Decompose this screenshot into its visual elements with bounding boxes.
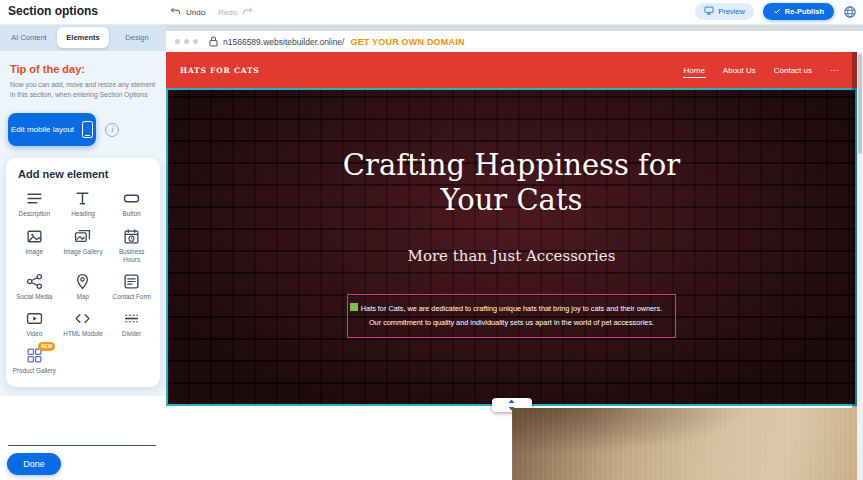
preview-label: Preview — [718, 7, 745, 16]
lock-icon — [209, 36, 218, 47]
paragraph-text: Hats for Cats, we are dedicated to craft… — [361, 302, 662, 330]
add-panel-title: Add new element — [10, 168, 156, 180]
done-button[interactable]: Done — [7, 453, 61, 475]
add-element-label: Product Gallery — [13, 367, 56, 375]
republish-button[interactable]: Re-Publish — [763, 3, 834, 20]
add-element-label: Image — [26, 248, 44, 256]
add-element-label: Map — [77, 293, 89, 301]
check-icon — [773, 7, 781, 17]
add-element-label: Button — [123, 210, 141, 218]
tip-of-the-day: Tip of the day: Now you can add, move an… — [0, 51, 166, 100]
url-text: n1566589.websitebuilder.online/ — [223, 37, 344, 47]
image-gallery-icon — [74, 228, 91, 245]
edit-mobile-layout-button[interactable]: Edit mobile layout — [8, 113, 96, 146]
redo-button[interactable]: Redo — [218, 8, 237, 17]
sidebar-divider — [8, 445, 156, 446]
html-module-icon — [74, 310, 91, 327]
next-section-image — [512, 408, 857, 480]
add-element-label: Contact Form — [113, 293, 151, 301]
video-icon — [26, 310, 43, 327]
window-dot — [193, 39, 198, 44]
hero-heading[interactable]: Crafting Happiness for Your Cats — [343, 148, 680, 219]
social-media-icon — [26, 273, 43, 290]
description-icon — [26, 190, 43, 207]
add-element-label: Business Hours — [110, 248, 154, 264]
add-element-label: HTML Module — [63, 330, 102, 338]
hero-section[interactable]: Crafting Happiness for Your Cats More th… — [166, 88, 857, 406]
redo-icon[interactable] — [242, 3, 253, 21]
info-icon[interactable]: i — [105, 123, 119, 137]
nav-contact-us[interactable]: Contact us — [773, 62, 813, 79]
tip-title: Tip of the day: — [10, 63, 156, 75]
add-element-label: Social Media — [16, 293, 52, 301]
tab-design[interactable]: Design — [111, 27, 163, 48]
add-element-product-gallery[interactable]: Product GalleryNEW — [10, 347, 59, 375]
tab-elements[interactable]: Elements — [57, 27, 109, 48]
app: Section options Undo Redo Preview — [0, 0, 863, 480]
nav-more[interactable]: ⋯ — [829, 62, 839, 79]
heading-icon — [74, 190, 91, 207]
image-icon — [26, 228, 43, 245]
undo-icon[interactable] — [170, 3, 181, 21]
scrollbar-thumb[interactable] — [858, 54, 862, 154]
globe-icon[interactable] — [843, 5, 857, 19]
tab-ai-content[interactable]: AI Content — [3, 27, 55, 48]
add-element-grid: DescriptionHeadingButtonImageImage Galle… — [10, 190, 156, 375]
phone-icon — [82, 121, 93, 138]
add-element-label: Description — [19, 210, 51, 218]
add-element-button[interactable]: Button — [107, 190, 156, 218]
browser-chrome: n1566589.websitebuilder.online/ GET YOUR… — [166, 31, 863, 52]
nav-about-us[interactable]: About Us — [722, 62, 757, 79]
add-element-heading[interactable]: Heading — [59, 190, 108, 218]
get-domain-link[interactable]: GET YOUR OWN DOMAIN — [350, 37, 464, 47]
business-hours-icon — [123, 228, 140, 245]
browser-scrollbar — [857, 52, 863, 480]
edit-mobile-layout-label: Edit mobile layout — [11, 125, 74, 134]
site-logo[interactable]: HATS FOR CATS — [180, 66, 260, 75]
sidebar-tabs: AI ContentElementsDesign — [0, 24, 166, 51]
element-drag-handle[interactable] — [350, 303, 358, 311]
top-bar: Section options Undo Redo Preview — [0, 0, 863, 25]
nav-home[interactable]: Home — [683, 62, 706, 79]
monitor-icon — [704, 6, 714, 17]
edit-mobile-row: Edit mobile layout i — [8, 113, 156, 146]
contact-form-icon — [123, 273, 140, 290]
add-element-social-media[interactable]: Social Media — [10, 273, 59, 301]
preview-button[interactable]: Preview — [695, 3, 754, 20]
add-element-image-gallery[interactable]: Image Gallery — [59, 228, 108, 264]
republish-label: Re-Publish — [785, 7, 824, 16]
add-element-label: Divider — [122, 330, 142, 338]
add-element-image[interactable]: Image — [10, 228, 59, 264]
sidebar: AI ContentElementsDesign Tip of the day:… — [0, 24, 166, 480]
canvas: n1566589.websitebuilder.online/ GET YOUR… — [166, 24, 863, 480]
paragraph-element[interactable]: Hats for Cats, we are dedicated to craft… — [347, 294, 676, 338]
window-dot — [184, 39, 189, 44]
undo-button[interactable]: Undo — [186, 8, 205, 17]
new-badge: NEW — [38, 342, 55, 351]
window-dot — [175, 39, 180, 44]
add-element-video[interactable]: Video — [10, 310, 59, 338]
add-new-element-panel: Add new element DescriptionHeadingButton… — [6, 158, 160, 387]
add-element-description[interactable]: Description — [10, 190, 59, 218]
map-icon — [74, 273, 91, 290]
add-element-label: Heading — [71, 210, 94, 218]
hero-subheading[interactable]: More than Just Accessories — [408, 247, 616, 265]
add-element-contact-form[interactable]: Contact Form — [107, 273, 156, 301]
page-title: Section options — [8, 4, 98, 18]
top-bar-actions: Preview Re-Publish — [695, 3, 857, 20]
add-element-html-module[interactable]: HTML Module — [59, 310, 108, 338]
divider-icon — [123, 310, 140, 327]
button-icon — [123, 190, 140, 207]
add-element-map[interactable]: Map — [59, 273, 108, 301]
undo-redo-group: Undo Redo — [170, 0, 253, 24]
add-element-label: Video — [26, 330, 42, 338]
tip-body: Now you can add, move and resize any ele… — [10, 80, 156, 100]
add-element-label: Image Gallery — [63, 248, 102, 256]
add-element-divider[interactable]: Divider — [107, 310, 156, 338]
add-element-business-hours[interactable]: Business Hours — [107, 228, 156, 264]
site-nav: HomeAbout UsContact us⋯ — [683, 52, 840, 88]
site-header: HATS FOR CATS HomeAbout UsContact us⋯ — [166, 52, 857, 88]
